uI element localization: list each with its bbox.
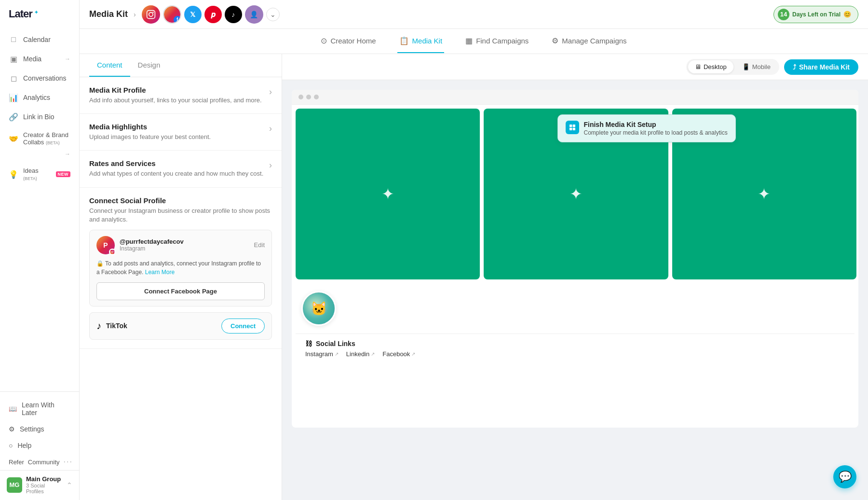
panel-tab-content[interactable]: Content — [89, 54, 130, 77]
sidebar-item-calendar[interactable]: □ Calendar — [0, 30, 79, 49]
tiktok-card-icon: ♪ — [96, 320, 101, 332]
tab-label: Find Campaigns — [476, 37, 529, 45]
sidebar-item-help[interactable]: ○ Help — [0, 437, 79, 454]
settings-icon: ⚙ — [9, 425, 15, 433]
learn-more-link[interactable]: Learn More — [145, 269, 175, 276]
profile-icon-facebook[interactable]: f — [163, 5, 181, 24]
sidebar-item-ideas[interactable]: 💡 Ideas (BETA) NEW — [0, 162, 79, 186]
page-title: Media Kit — [89, 9, 128, 19]
instagram-icon — [146, 10, 156, 19]
user-avatar-icon: 👤 — [250, 11, 258, 18]
profile-icons: f 𝕏 𝙥 ♪ 👤 ⌄ — [142, 5, 280, 24]
titlebar-dot-2 — [306, 95, 311, 99]
logo-text: Later — [9, 8, 32, 20]
sidebar-item-conversations[interactable]: ◻ Conversations — [0, 69, 79, 88]
community-label[interactable]: Community — [28, 458, 60, 466]
refer-label[interactable]: Refer — [9, 458, 24, 466]
section-title: Media Kit Profile — [89, 86, 262, 94]
instagram-link[interactable]: Instagram — [305, 350, 333, 358]
media-kit-image-1[interactable]: ✦ — [296, 109, 480, 279]
more-profiles-button[interactable]: ⌄ — [266, 8, 280, 21]
media-kit-images-row: ✦ ✦ ✦ — [292, 105, 858, 283]
svg-rect-6 — [569, 125, 571, 127]
view-toggle: 🖥 Desktop 📱 Mobile — [686, 59, 779, 75]
sidebar-item-learn[interactable]: 📖 Learn With Later — [0, 397, 79, 421]
social-profile-platform: Instagram — [120, 245, 249, 252]
section-title: Media Highlights — [89, 123, 211, 131]
profile-icon-user[interactable]: 👤 — [245, 5, 263, 24]
social-link-instagram[interactable]: Instagram ↗ — [305, 350, 339, 358]
linkedin-link[interactable]: Linkedin — [346, 350, 369, 358]
sidebar-item-settings[interactable]: ⚙ Settings — [0, 421, 79, 437]
section-header: Rates and Services Add what types of con… — [89, 159, 272, 178]
svg-rect-3 — [110, 250, 114, 254]
section-header: Media Kit Profile Add info about yoursel… — [89, 86, 272, 105]
mobile-icon: 📱 — [742, 63, 750, 70]
tab-label: Media Kit — [412, 37, 443, 45]
chat-bubble-button[interactable]: 💬 — [833, 465, 856, 488]
workspace-avatar: MG — [7, 477, 22, 493]
mobile-view-button[interactable]: 📱 Mobile — [735, 60, 777, 73]
svg-rect-7 — [572, 125, 575, 127]
avatar-letter: P — [103, 241, 108, 249]
tab-bar: ⊙ Creator Home 📋 Media Kit ▦ Find Campai… — [80, 29, 868, 54]
share-label: Share Media Kit — [799, 63, 850, 71]
finish-setup-tooltip: Finish Media Kit Setup Complete your med… — [557, 114, 735, 142]
tab-creator-home[interactable]: ⊙ Creator Home — [319, 29, 378, 53]
panel-tab-design[interactable]: Design — [130, 54, 168, 77]
sidebar-item-label: Conversations — [23, 74, 67, 82]
finish-setup-title: Finish Media Kit Setup — [583, 121, 727, 128]
calendar-icon: □ — [9, 35, 18, 44]
conversations-icon: ◻ — [9, 73, 18, 83]
tab-media-kit[interactable]: 📋 Media Kit — [397, 29, 445, 53]
profile-icon-pinterest[interactable]: 𝙥 — [204, 6, 222, 23]
section-text: Connect Social Profile Connect your Inst… — [89, 196, 272, 224]
sidebar: Later ✦ □ Calendar ▣ Media → ◻ Conversat… — [0, 0, 80, 500]
tab-find-campaigns[interactable]: ▦ Find Campaigns — [463, 29, 530, 53]
section-arrow-icon[interactable]: › — [269, 160, 272, 170]
sidebar-item-creator-brand[interactable]: 🤝 Creator & BrandCollabs (BETA) → — [0, 126, 79, 162]
facebook-link[interactable]: Facebook — [382, 350, 410, 358]
desktop-icon: 🖥 — [695, 63, 701, 70]
more-options-icon[interactable]: ··· — [64, 458, 73, 466]
pinterest-icon: 𝙥 — [211, 10, 215, 19]
sidebar-item-link-in-bio[interactable]: 🔗 Link in Bio — [0, 107, 79, 126]
sidebar-item-label: Analytics — [23, 94, 50, 101]
panel-section-media-highlights: Media Highlights Upload images to featur… — [80, 114, 282, 151]
media-kit-tab-icon: 📋 — [399, 36, 409, 45]
sidebar-item-media[interactable]: ▣ Media → — [0, 49, 79, 69]
profile-icon-twitter[interactable]: 𝕏 — [184, 6, 202, 23]
plus-icon-1: ✦ — [381, 185, 394, 203]
sidebar-logo[interactable]: Later ✦ — [0, 0, 79, 26]
share-media-kit-button[interactable]: ⤴ Share Media Kit — [784, 59, 858, 75]
instagram-small-icon — [110, 250, 115, 254]
social-link-facebook[interactable]: Facebook ↗ — [382, 350, 415, 358]
external-link-icon: ↗ — [411, 351, 415, 357]
trial-emoji: 😊 — [843, 11, 851, 18]
plus-icon-3: ✦ — [758, 185, 771, 203]
social-links-title: ⛓ Social Links — [305, 340, 845, 347]
section-header: Connect Social Profile Connect your Inst… — [89, 196, 272, 224]
section-arrow-icon[interactable]: › — [269, 124, 272, 134]
tiktok-connect-button[interactable]: Connect — [221, 319, 265, 333]
profile-icon-tiktok[interactable]: ♪ — [225, 6, 242, 23]
logo-dot: ✦ — [34, 10, 38, 15]
right-panel: 🖥 Desktop 📱 Mobile ⤴ Share Media Kit — [282, 54, 868, 500]
desktop-view-button[interactable]: 🖥 Desktop — [688, 60, 733, 73]
edit-profile-button[interactable]: Edit — [254, 241, 265, 249]
connect-facebook-page-button[interactable]: Connect Facebook Page — [96, 282, 265, 300]
trial-badge: 14 Days Left on Trial 😊 — [773, 6, 858, 23]
sidebar-workspace[interactable]: MG Main Group 3 Social Profiles ⌃ — [0, 470, 79, 500]
sidebar-item-label: Calendar — [23, 36, 51, 43]
section-arrow-icon[interactable]: › — [269, 87, 272, 97]
social-link-linkedin[interactable]: Linkedin ↗ — [346, 350, 375, 358]
profile-icon-instagram[interactable] — [142, 5, 160, 24]
ideas-beta-badge: (BETA) — [23, 176, 37, 181]
external-link-icon: ↗ — [371, 351, 375, 357]
sidebar-item-analytics[interactable]: 📊 Analytics — [0, 88, 79, 107]
panel-body: Media Kit Profile Add info about yoursel… — [80, 77, 282, 500]
tab-manage-campaigns[interactable]: ⚙ Manage Campaigns — [550, 29, 628, 53]
media-icon: ▣ — [9, 54, 18, 64]
sidebar-item-label: Media — [23, 55, 41, 63]
tiktok-connect-card: ♪ TikTok Connect — [89, 312, 272, 340]
